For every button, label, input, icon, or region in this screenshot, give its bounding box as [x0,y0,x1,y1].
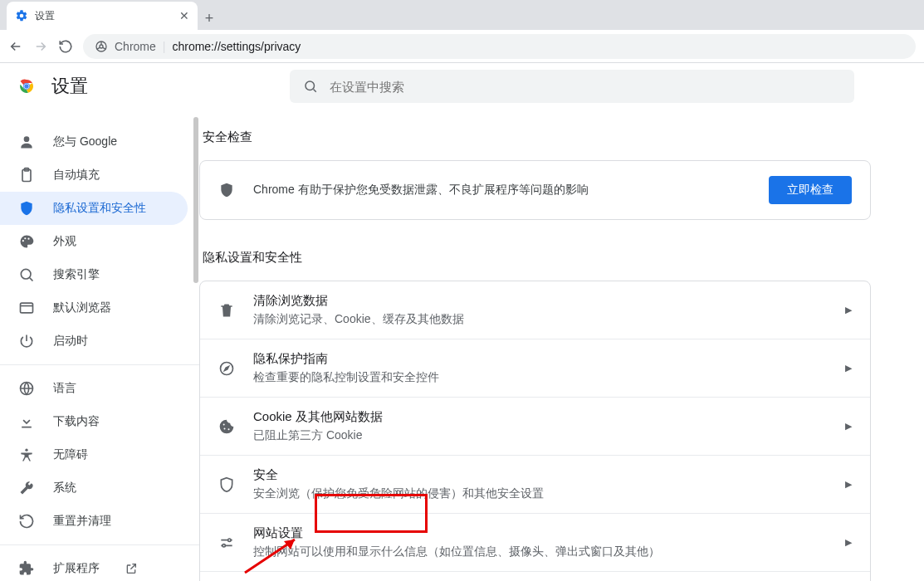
svg-point-22 [222,544,225,546]
restore-icon [18,513,35,530]
chevron-right-icon: ▶ [845,421,852,432]
search-input[interactable] [330,80,841,94]
address-prefix: Chrome [115,40,156,53]
shield-icon [18,200,35,217]
settings-header: 设置 [0,63,924,110]
row-cookies[interactable]: Cookie 及其他网站数据已阻止第三方 Cookie▶ [200,397,870,455]
privacy-heading: 隐私设置和安全性 [203,250,871,266]
check-now-button[interactable]: 立即检查 [769,176,852,204]
main-content: 安全检查 Chrome 有助于保护您免受数据泄露、不良扩展程序等问题的影响 立即… [199,63,924,581]
safety-check-heading: 安全检查 [203,129,871,145]
sidebar-item-label: 系统 [53,481,76,496]
sidebar-item-on-startup[interactable]: 启动时 [0,325,188,358]
row-subtitle: 已阻止第三方 Cookie [253,428,827,443]
sidebar-item-label: 语言 [53,381,76,396]
safety-check-text: Chrome 有助于保护您免受数据泄露、不良扩展程序等问题的影响 [253,183,750,198]
browser-icon [18,300,35,316]
sidebar-item-system[interactable]: 系统 [0,471,188,505]
svg-point-20 [228,428,230,430]
address-url: chrome://settings/privacy [172,40,301,53]
tab-bar: 设置 ✕ + [0,0,924,30]
sidebar-item-reset[interactable]: 重置并清理 [0,505,188,538]
address-bar[interactable]: Chrome | chrome://settings/privacy [83,34,916,59]
sidebar-item-languages[interactable]: 语言 [0,372,188,405]
chrome-logo-icon [17,76,37,96]
row-subtitle: 检查重要的隐私控制设置和安全控件 [253,370,827,385]
svg-point-10 [24,237,26,239]
trash-icon [218,302,235,319]
tab-title: 设置 [35,9,55,23]
sidebar-item-label: 隐私设置和安全性 [53,201,146,216]
accessibility-icon [18,447,35,463]
svg-point-11 [27,238,29,240]
page-title: 设置 [51,74,88,99]
shield-icon [218,182,235,198]
gear-icon [15,9,28,22]
search-icon [303,79,318,94]
svg-point-12 [21,269,31,279]
cookie-icon [218,418,235,435]
sidebar-item-label: 无障碍 [53,447,88,462]
sidebar-item-appearance[interactable]: 外观 [0,225,188,258]
svg-point-21 [228,539,231,541]
clipboard-icon [18,167,35,183]
svg-point-1 [100,45,103,48]
chevron-right-icon: ▶ [845,305,852,315]
sidebar-item-extensions[interactable]: 扩展程序 [0,552,188,581]
shield-outline-icon [218,476,235,493]
chevron-right-icon: ▶ [845,537,852,548]
wrench-icon [18,480,35,496]
sidebar-item-downloads[interactable]: 下载内容 [0,405,188,438]
sidebar-item-search-engine[interactable]: 搜索引擎 [0,258,188,291]
reload-icon[interactable] [58,39,73,54]
new-tab-button[interactable]: + [198,7,221,30]
row-security[interactable]: 安全安全浏览（保护您免受危险网站的侵害）和其他安全设置▶ [200,455,870,513]
row-subtitle: 控制网站可以使用和显示什么信息（如位置信息、摄像头、弹出式窗口及其他） [253,544,827,559]
svg-point-15 [25,449,27,452]
settings-search[interactable] [290,70,854,103]
svg-point-19 [224,427,226,429]
search-icon [18,266,35,283]
back-icon[interactable] [8,39,23,54]
sidebar-item-label: 启动时 [53,334,88,349]
svg-point-6 [24,136,30,142]
compass-icon [218,360,235,377]
person-icon [18,134,35,150]
sidebar-item-you-and-google[interactable]: 您与 Google [0,125,188,159]
row-title: 隐私保护指南 [253,351,827,367]
row-subtitle: 安全浏览（保护您免受危险网站的侵害）和其他安全设置 [253,486,827,501]
open-external-icon [125,562,138,575]
forward-icon[interactable] [33,39,48,54]
chevron-right-icon: ▶ [845,363,852,374]
chrome-info-icon [95,40,108,53]
svg-point-5 [306,81,315,90]
sidebar-item-label: 搜索引擎 [53,267,100,282]
svg-rect-13 [21,303,33,313]
svg-point-18 [223,423,225,425]
row-privacy-guide[interactable]: 隐私保护指南检查重要的隐私控制设置和安全控件▶ [200,339,870,397]
toolbar: Chrome | chrome://settings/privacy [0,30,924,63]
sidebar-item-label: 默认浏览器 [53,300,111,315]
palette-icon [18,233,35,250]
puzzle-icon [18,560,35,577]
sidebar-item-default-browser[interactable]: 默认浏览器 [0,291,188,325]
annotation-arrow-icon [241,531,307,577]
browser-tab-settings[interactable]: 设置 ✕ [7,2,198,30]
svg-point-9 [22,240,24,242]
sidebar-item-autofill[interactable]: 自动填充 [0,159,188,192]
sidebar-item-accessibility[interactable]: 无障碍 [0,438,188,471]
sidebar-scrollbar[interactable] [193,117,198,283]
sliders-icon [218,535,235,551]
browser-chrome: 设置 ✕ + Chrome | chrome://settings/privac… [0,0,924,63]
sidebar-item-privacy[interactable]: 隐私设置和安全性 [0,192,188,225]
row-title: 安全 [253,467,827,483]
chevron-right-icon: ▶ [845,479,852,490]
download-icon [18,413,35,430]
row-clear-data[interactable]: 清除浏览数据清除浏览记录、Cookie、缓存及其他数据▶ [200,281,870,339]
sidebar-item-label: 扩展程序 [53,561,100,576]
close-icon[interactable]: ✕ [179,9,189,22]
sidebar-item-label: 自动填充 [53,168,100,183]
globe-icon [18,380,35,397]
safety-check-card: Chrome 有助于保护您免受数据泄露、不良扩展程序等问题的影响 立即检查 [199,160,871,220]
svg-marker-17 [225,366,229,370]
